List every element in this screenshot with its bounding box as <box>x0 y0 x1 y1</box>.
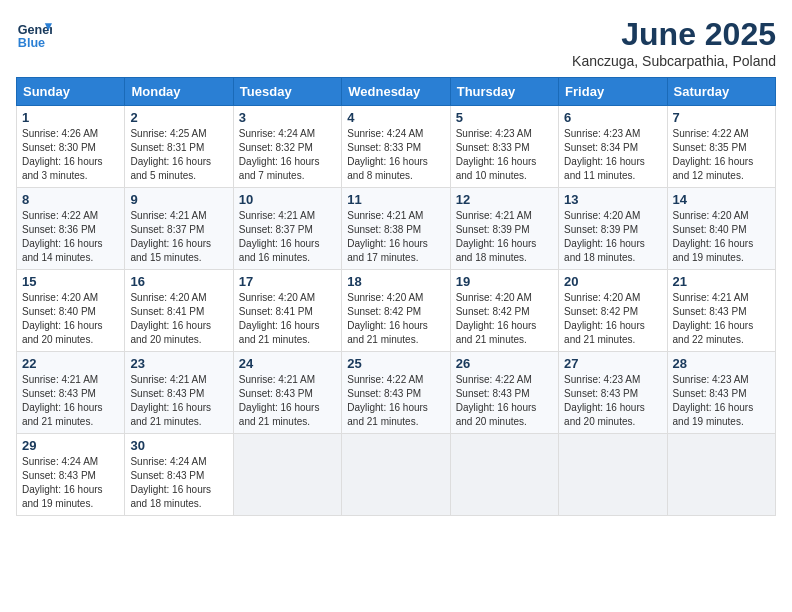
day-number: 17 <box>239 274 336 289</box>
day-number: 25 <box>347 356 444 371</box>
calendar-day-cell: 30 Sunrise: 4:24 AM Sunset: 8:43 PM Dayl… <box>125 434 233 516</box>
calendar-day-cell: 22 Sunrise: 4:21 AM Sunset: 8:43 PM Dayl… <box>17 352 125 434</box>
day-number: 18 <box>347 274 444 289</box>
day-info: Sunrise: 4:23 AM Sunset: 8:43 PM Dayligh… <box>673 373 770 429</box>
day-of-week-header: Friday <box>559 78 667 106</box>
day-info: Sunrise: 4:24 AM Sunset: 8:43 PM Dayligh… <box>130 455 227 511</box>
calendar-day-cell: 1 Sunrise: 4:26 AM Sunset: 8:30 PM Dayli… <box>17 106 125 188</box>
calendar-day-cell: 23 Sunrise: 4:21 AM Sunset: 8:43 PM Dayl… <box>125 352 233 434</box>
day-info: Sunrise: 4:21 AM Sunset: 8:43 PM Dayligh… <box>673 291 770 347</box>
day-of-week-header: Monday <box>125 78 233 106</box>
calendar-table: SundayMondayTuesdayWednesdayThursdayFrid… <box>16 77 776 516</box>
calendar-day-cell <box>559 434 667 516</box>
day-number: 28 <box>673 356 770 371</box>
day-number: 3 <box>239 110 336 125</box>
day-info: Sunrise: 4:26 AM Sunset: 8:30 PM Dayligh… <box>22 127 119 183</box>
day-info: Sunrise: 4:24 AM Sunset: 8:43 PM Dayligh… <box>22 455 119 511</box>
calendar-week-row: 29 Sunrise: 4:24 AM Sunset: 8:43 PM Dayl… <box>17 434 776 516</box>
day-number: 7 <box>673 110 770 125</box>
calendar-day-cell: 24 Sunrise: 4:21 AM Sunset: 8:43 PM Dayl… <box>233 352 341 434</box>
calendar-day-cell <box>342 434 450 516</box>
day-number: 5 <box>456 110 553 125</box>
day-info: Sunrise: 4:21 AM Sunset: 8:43 PM Dayligh… <box>239 373 336 429</box>
day-number: 4 <box>347 110 444 125</box>
day-number: 30 <box>130 438 227 453</box>
day-info: Sunrise: 4:23 AM Sunset: 8:34 PM Dayligh… <box>564 127 661 183</box>
day-number: 15 <box>22 274 119 289</box>
calendar-day-cell: 3 Sunrise: 4:24 AM Sunset: 8:32 PM Dayli… <box>233 106 341 188</box>
day-info: Sunrise: 4:25 AM Sunset: 8:31 PM Dayligh… <box>130 127 227 183</box>
day-number: 6 <box>564 110 661 125</box>
day-info: Sunrise: 4:22 AM Sunset: 8:43 PM Dayligh… <box>347 373 444 429</box>
day-of-week-header: Tuesday <box>233 78 341 106</box>
day-number: 8 <box>22 192 119 207</box>
day-info: Sunrise: 4:20 AM Sunset: 8:42 PM Dayligh… <box>564 291 661 347</box>
day-info: Sunrise: 4:21 AM Sunset: 8:38 PM Dayligh… <box>347 209 444 265</box>
calendar-day-cell: 8 Sunrise: 4:22 AM Sunset: 8:36 PM Dayli… <box>17 188 125 270</box>
day-info: Sunrise: 4:20 AM Sunset: 8:40 PM Dayligh… <box>22 291 119 347</box>
day-of-week-header: Wednesday <box>342 78 450 106</box>
calendar-day-cell: 26 Sunrise: 4:22 AM Sunset: 8:43 PM Dayl… <box>450 352 558 434</box>
day-info: Sunrise: 4:20 AM Sunset: 8:40 PM Dayligh… <box>673 209 770 265</box>
day-info: Sunrise: 4:23 AM Sunset: 8:43 PM Dayligh… <box>564 373 661 429</box>
day-number: 13 <box>564 192 661 207</box>
day-info: Sunrise: 4:20 AM Sunset: 8:39 PM Dayligh… <box>564 209 661 265</box>
calendar-day-cell: 14 Sunrise: 4:20 AM Sunset: 8:40 PM Dayl… <box>667 188 775 270</box>
calendar-day-cell: 28 Sunrise: 4:23 AM Sunset: 8:43 PM Dayl… <box>667 352 775 434</box>
day-number: 27 <box>564 356 661 371</box>
day-number: 22 <box>22 356 119 371</box>
day-number: 26 <box>456 356 553 371</box>
day-number: 14 <box>673 192 770 207</box>
page-header: General Blue June 2025 Kanczuga, Subcarp… <box>16 16 776 69</box>
calendar-day-cell: 27 Sunrise: 4:23 AM Sunset: 8:43 PM Dayl… <box>559 352 667 434</box>
calendar-day-cell <box>667 434 775 516</box>
calendar-day-cell: 10 Sunrise: 4:21 AM Sunset: 8:37 PM Dayl… <box>233 188 341 270</box>
day-of-week-header: Thursday <box>450 78 558 106</box>
calendar-day-cell: 9 Sunrise: 4:21 AM Sunset: 8:37 PM Dayli… <box>125 188 233 270</box>
location-title: Kanczuga, Subcarpathia, Poland <box>572 53 776 69</box>
day-number: 29 <box>22 438 119 453</box>
day-info: Sunrise: 4:21 AM Sunset: 8:43 PM Dayligh… <box>130 373 227 429</box>
calendar-day-cell: 2 Sunrise: 4:25 AM Sunset: 8:31 PM Dayli… <box>125 106 233 188</box>
day-number: 20 <box>564 274 661 289</box>
calendar-day-cell: 13 Sunrise: 4:20 AM Sunset: 8:39 PM Dayl… <box>559 188 667 270</box>
calendar-week-row: 22 Sunrise: 4:21 AM Sunset: 8:43 PM Dayl… <box>17 352 776 434</box>
day-info: Sunrise: 4:20 AM Sunset: 8:41 PM Dayligh… <box>130 291 227 347</box>
day-number: 16 <box>130 274 227 289</box>
calendar-day-cell <box>450 434 558 516</box>
calendar-day-cell: 18 Sunrise: 4:20 AM Sunset: 8:42 PM Dayl… <box>342 270 450 352</box>
calendar-day-cell: 11 Sunrise: 4:21 AM Sunset: 8:38 PM Dayl… <box>342 188 450 270</box>
day-info: Sunrise: 4:22 AM Sunset: 8:43 PM Dayligh… <box>456 373 553 429</box>
day-info: Sunrise: 4:21 AM Sunset: 8:43 PM Dayligh… <box>22 373 119 429</box>
day-number: 9 <box>130 192 227 207</box>
day-number: 23 <box>130 356 227 371</box>
calendar-day-cell: 16 Sunrise: 4:20 AM Sunset: 8:41 PM Dayl… <box>125 270 233 352</box>
calendar-day-cell: 15 Sunrise: 4:20 AM Sunset: 8:40 PM Dayl… <box>17 270 125 352</box>
day-number: 19 <box>456 274 553 289</box>
day-number: 2 <box>130 110 227 125</box>
calendar-day-cell: 20 Sunrise: 4:20 AM Sunset: 8:42 PM Dayl… <box>559 270 667 352</box>
month-title: June 2025 <box>572 16 776 53</box>
calendar-header-row: SundayMondayTuesdayWednesdayThursdayFrid… <box>17 78 776 106</box>
day-number: 12 <box>456 192 553 207</box>
title-area: June 2025 Kanczuga, Subcarpathia, Poland <box>572 16 776 69</box>
day-info: Sunrise: 4:20 AM Sunset: 8:42 PM Dayligh… <box>456 291 553 347</box>
calendar-week-row: 1 Sunrise: 4:26 AM Sunset: 8:30 PM Dayli… <box>17 106 776 188</box>
day-info: Sunrise: 4:22 AM Sunset: 8:36 PM Dayligh… <box>22 209 119 265</box>
day-info: Sunrise: 4:21 AM Sunset: 8:37 PM Dayligh… <box>130 209 227 265</box>
calendar-day-cell: 19 Sunrise: 4:20 AM Sunset: 8:42 PM Dayl… <box>450 270 558 352</box>
svg-text:Blue: Blue <box>18 36 45 50</box>
calendar-day-cell: 12 Sunrise: 4:21 AM Sunset: 8:39 PM Dayl… <box>450 188 558 270</box>
calendar-week-row: 8 Sunrise: 4:22 AM Sunset: 8:36 PM Dayli… <box>17 188 776 270</box>
calendar-day-cell: 21 Sunrise: 4:21 AM Sunset: 8:43 PM Dayl… <box>667 270 775 352</box>
calendar-day-cell: 25 Sunrise: 4:22 AM Sunset: 8:43 PM Dayl… <box>342 352 450 434</box>
day-info: Sunrise: 4:20 AM Sunset: 8:42 PM Dayligh… <box>347 291 444 347</box>
calendar-week-row: 15 Sunrise: 4:20 AM Sunset: 8:40 PM Dayl… <box>17 270 776 352</box>
day-number: 10 <box>239 192 336 207</box>
calendar-day-cell <box>233 434 341 516</box>
calendar-day-cell: 4 Sunrise: 4:24 AM Sunset: 8:33 PM Dayli… <box>342 106 450 188</box>
logo-icon: General Blue <box>16 16 52 52</box>
day-info: Sunrise: 4:21 AM Sunset: 8:37 PM Dayligh… <box>239 209 336 265</box>
day-number: 24 <box>239 356 336 371</box>
day-info: Sunrise: 4:24 AM Sunset: 8:32 PM Dayligh… <box>239 127 336 183</box>
